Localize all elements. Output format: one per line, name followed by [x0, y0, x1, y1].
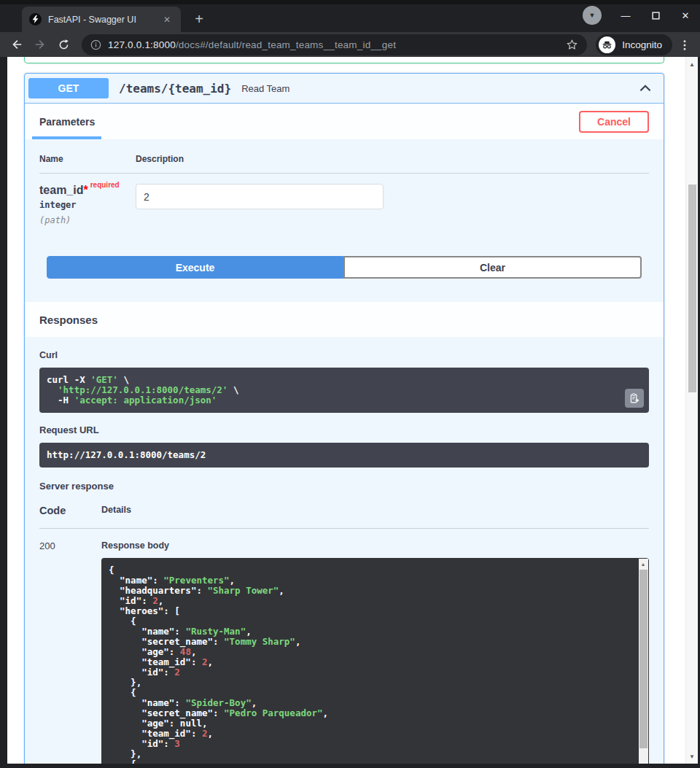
code-column-header: Code [39, 505, 101, 516]
response-scrollbar-thumb[interactable] [639, 570, 648, 748]
curl-command-block: curl -X 'GET' \ 'http://127.0.0.1:8000/t… [39, 368, 649, 413]
clear-button[interactable]: Clear [343, 256, 642, 279]
required-label: required [88, 181, 120, 189]
request-url-block: http://127.0.0.1:8000/teams/2 [39, 443, 649, 468]
incognito-badge: Incognito [596, 34, 672, 55]
parameter-meta: team_id*required integer (path) [39, 184, 136, 225]
url-host: 127.0.0.1:8000 [108, 39, 176, 50]
execute-button[interactable]: Execute [47, 256, 343, 279]
param-name: team_id [39, 184, 83, 196]
request-url-label: Request URL [39, 424, 649, 435]
page-scrollbar-thumb[interactable] [688, 185, 696, 392]
window-top-edge [0, 0, 700, 4]
browser-menu-button[interactable]: ⋮ [677, 38, 693, 52]
url-path: /docs#/default/read_team_teams__team_id_… [176, 39, 396, 50]
column-header-name: Name [39, 154, 136, 164]
copy-to-clipboard-button[interactable] [625, 389, 644, 408]
bookmark-star-icon[interactable] [566, 39, 578, 51]
status-code: 200 [39, 540, 101, 764]
titlebar: FastAPI - Swagger UI ✕ + ▼ — ✕ [0, 0, 700, 32]
response-row: 200 Response body { "name": "Preventers"… [39, 529, 649, 764]
new-tab-button[interactable]: + [190, 9, 209, 28]
responses-title: Responses [39, 314, 98, 326]
back-button[interactable] [7, 35, 26, 54]
curl-label: Curl [39, 350, 649, 360]
address-bar[interactable]: 127.0.0.1:8000/docs#/default/read_team_t… [82, 34, 587, 55]
url-text[interactable]: 127.0.0.1:8000/docs#/default/read_team_t… [108, 39, 559, 50]
curl-section: curl -X 'GET' \ 'http://127.0.0.1:8000/t… [39, 368, 649, 413]
server-response-label: Server response [39, 481, 649, 492]
method-badge: GET [28, 78, 109, 98]
details-column-header: Details [101, 505, 131, 516]
page-scrollbar[interactable]: ▲ ▼ [685, 57, 698, 764]
required-asterisk: * [83, 184, 88, 196]
response-body-label: Response body [101, 540, 649, 551]
previous-operation-remnant [24, 57, 664, 63]
param-type: integer [39, 200, 136, 210]
cancel-button[interactable]: Cancel [579, 111, 649, 133]
responses-header: Responses [25, 302, 664, 337]
operation-header[interactable]: GET /teams/{team_id} Read Team [25, 74, 664, 104]
swagger-content: GET /teams/{team_id} Read Team Parameter… [7, 57, 685, 764]
incognito-label: Incognito [622, 39, 662, 50]
parameters-table: Name Description team_id*required intege… [25, 139, 664, 225]
reload-button[interactable] [54, 35, 73, 54]
parameter-row: team_id*required integer (path) [39, 174, 649, 225]
minimize-button[interactable]: — [620, 9, 631, 21]
operation-path: /teams/{team_id} [119, 82, 231, 96]
incognito-icon [599, 36, 615, 53]
parameters-tab-underline [32, 136, 101, 139]
response-details-cell: Response body { "name": "Preventers", "h… [101, 540, 649, 764]
operation-block-get: GET /teams/{team_id} Read Team Parameter… [24, 73, 664, 764]
response-table-header: Code Details [39, 505, 649, 529]
response-scrollbar[interactable]: ▲ [639, 559, 648, 764]
close-button[interactable]: ✕ [680, 9, 691, 21]
parameter-description-cell [136, 184, 384, 225]
collapse-chevron-icon[interactable] [637, 80, 653, 96]
window-chevron-button[interactable]: ▼ [583, 6, 602, 25]
fastapi-logo-icon [29, 13, 42, 26]
responses-section: Curl curl -X 'GET' \ 'http://127.0.0.1:8… [25, 337, 664, 764]
scroll-up-icon[interactable]: ▲ [639, 560, 648, 567]
forward-button[interactable] [31, 35, 50, 54]
window-controls: ▼ — ✕ [583, 6, 691, 25]
clipboard-icon [629, 393, 639, 404]
param-value-input[interactable] [136, 184, 384, 209]
scroll-down-icon[interactable]: ▼ [686, 751, 698, 761]
scroll-up-icon[interactable]: ▲ [686, 59, 698, 69]
page-viewport: GET /teams/{team_id} Read Team Parameter… [7, 57, 698, 764]
browser-tab[interactable]: FastAPI - Swagger UI ✕ [22, 7, 181, 32]
operation-summary: Read Team [241, 83, 627, 94]
param-location: (path) [39, 215, 136, 225]
parameters-title: Parameters [39, 116, 95, 128]
tab-title: FastAPI - Swagger UI [48, 15, 154, 25]
tab-close-button[interactable]: ✕ [160, 13, 174, 26]
parameters-header: Parameters Cancel [25, 104, 664, 139]
maximize-button[interactable] [650, 9, 661, 21]
response-body-block: { "name": "Preventers", "headquarters": … [101, 558, 649, 764]
response-body-section: { "name": "Preventers", "headquarters": … [101, 558, 649, 764]
column-header-description: Description [136, 154, 184, 164]
page-info-icon[interactable] [90, 39, 101, 50]
browser-window: FastAPI - Swagger UI ✕ + ▼ — ✕ 127.0.0. [0, 0, 700, 768]
execute-wrapper: Execute Clear [25, 225, 664, 295]
toolbar: 127.0.0.1:8000/docs#/default/read_team_t… [0, 32, 700, 57]
